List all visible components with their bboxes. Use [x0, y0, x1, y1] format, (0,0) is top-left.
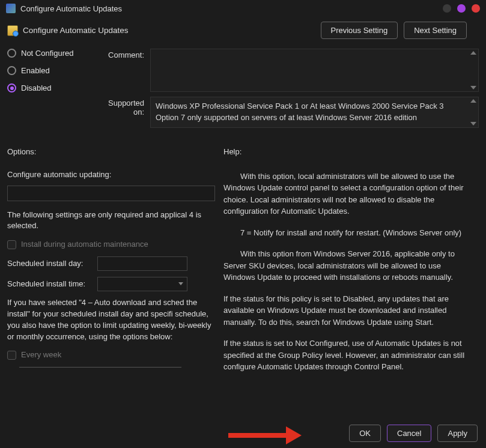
scheduled-time-label: Scheduled install time: — [7, 279, 97, 290]
policy-icon — [7, 25, 18, 36]
install-maintenance-checkbox[interactable]: Install during automatic maintenance — [7, 239, 215, 250]
comment-input[interactable] — [150, 49, 479, 92]
every-week-checkbox[interactable]: Every week — [7, 350, 215, 361]
radio-label: Enabled — [21, 66, 50, 75]
cancel-button[interactable]: Cancel — [387, 425, 431, 442]
apply-button[interactable]: Apply — [437, 425, 478, 442]
options-required-note: The following settings are only required… — [7, 210, 215, 232]
comment-label: Comment: — [96, 49, 150, 59]
radio-label: Disabled — [21, 83, 52, 92]
minimize-icon[interactable] — [443, 4, 451, 13]
checkbox-label: Every week — [21, 350, 61, 361]
ok-button[interactable]: OK — [349, 425, 381, 442]
annotation-arrow — [228, 426, 306, 443]
maximize-icon[interactable] — [457, 4, 466, 13]
policy-title: Configure Automatic Updates — [23, 26, 321, 35]
scroll-down-icon[interactable] — [470, 86, 476, 89]
chevron-down-icon — [178, 282, 183, 285]
window-title: Configure Automatic Updates — [20, 4, 443, 13]
scroll-up-icon[interactable] — [470, 51, 476, 55]
scheduled-day-label: Scheduled install day: — [7, 258, 97, 270]
radio-disabled[interactable]: Disabled — [7, 83, 85, 92]
close-icon[interactable] — [472, 4, 480, 13]
previous-setting-button[interactable]: Previous Setting — [321, 22, 398, 39]
supported-on-text: Windows XP Professional Service Pack 1 o… — [150, 97, 479, 128]
divider — [19, 367, 181, 368]
help-heading: Help: — [223, 147, 468, 156]
help-text: With this option, local administrators w… — [223, 169, 468, 373]
next-setting-button[interactable]: Next Setting — [404, 22, 467, 39]
configure-updating-label: Configure automatic updating: — [7, 169, 215, 181]
checkbox-icon — [7, 351, 16, 360]
options-heading: Options: — [7, 147, 215, 156]
configure-updating-input[interactable] — [7, 186, 215, 201]
supported-on-label: Supported on: — [96, 97, 150, 117]
checkbox-icon — [7, 240, 16, 249]
scroll-up-icon[interactable] — [470, 99, 476, 103]
radio-label: Not Configured — [21, 49, 73, 58]
app-icon — [6, 4, 16, 13]
checkbox-label: Install during automatic maintenance — [21, 239, 148, 250]
radio-enabled[interactable]: Enabled — [7, 66, 85, 75]
scheduled-time-select[interactable] — [97, 277, 187, 291]
options-schedule-note: If you have selected "4 – Auto download … — [7, 297, 215, 342]
radio-not-configured[interactable]: Not Configured — [7, 49, 85, 58]
scheduled-day-select[interactable] — [97, 256, 187, 271]
scroll-down-icon[interactable] — [470, 122, 476, 126]
